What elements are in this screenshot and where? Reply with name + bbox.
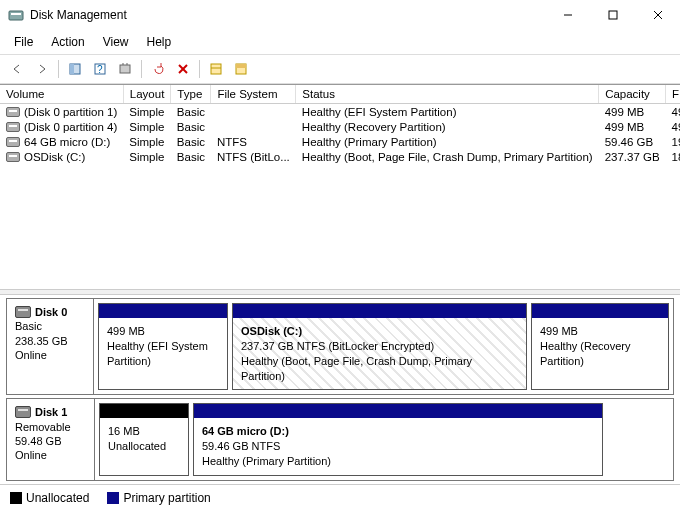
cell-layout: Simple xyxy=(123,119,171,134)
disk-state: Online xyxy=(15,448,86,462)
app-icon xyxy=(8,7,24,23)
partition[interactable]: OSDisk (C:)237.37 GB NTFS (BitLocker Enc… xyxy=(232,303,527,390)
maximize-button[interactable] xyxy=(590,0,635,30)
cell-volume: (Disk 0 partition 4) xyxy=(0,119,123,134)
volume-table[interactable]: Volume Layout Type File System Status Ca… xyxy=(0,85,680,164)
table-header-row[interactable]: Volume Layout Type File System Status Ca… xyxy=(0,85,680,104)
col-fs[interactable]: File System xyxy=(211,85,296,104)
disk-state: Online xyxy=(15,348,85,362)
cell-fs: NTFS xyxy=(211,134,296,149)
partition-status: Healthy (Primary Partition) xyxy=(202,454,594,469)
menubar: File Action View Help xyxy=(0,30,680,55)
forward-button[interactable] xyxy=(31,58,53,80)
legend-unallocated-label: Unallocated xyxy=(26,491,89,505)
cell-free: 18.57 GB xyxy=(666,149,680,164)
toolbar: ? xyxy=(0,55,680,84)
cell-status: Healthy (Recovery Partition) xyxy=(296,119,599,134)
table-row[interactable]: (Disk 0 partition 4)SimpleBasicHealthy (… xyxy=(0,119,680,134)
svg-rect-0 xyxy=(9,11,23,20)
col-status[interactable]: Status xyxy=(296,85,599,104)
close-button[interactable] xyxy=(635,0,680,30)
back-button[interactable] xyxy=(6,58,28,80)
table-row[interactable]: (Disk 0 partition 1)SimpleBasicHealthy (… xyxy=(0,104,680,120)
table-empty-space xyxy=(0,164,680,289)
partition-size: 237.37 GB NTFS (BitLocker Encrypted) xyxy=(241,339,518,354)
minimize-button[interactable] xyxy=(545,0,590,30)
undo-button[interactable] xyxy=(147,58,169,80)
partition-stripe xyxy=(233,304,526,318)
disk-header[interactable]: Disk 0Basic238.35 GBOnline xyxy=(7,299,94,394)
partition-status: Healthy (Boot, Page File, Crash Dump, Pr… xyxy=(241,354,518,384)
partition-status: Healthy (Recovery Partition) xyxy=(540,339,660,369)
table-row[interactable]: 64 GB micro (D:)SimpleBasicNTFSHealthy (… xyxy=(0,134,680,149)
disk-type: Removable xyxy=(15,420,86,434)
col-free[interactable]: Free Space xyxy=(666,85,680,104)
partition-status: Healthy (EFI System Partition) xyxy=(107,339,219,369)
svg-rect-10 xyxy=(120,65,130,73)
volume-icon xyxy=(6,152,20,162)
svg-rect-16 xyxy=(236,64,246,68)
disk-size: 238.35 GB xyxy=(15,334,85,348)
legend-unallocated: Unallocated xyxy=(10,491,89,505)
svg-rect-7 xyxy=(70,64,74,74)
cell-volume: OSDisk (C:) xyxy=(0,149,123,164)
partition-status: Unallocated xyxy=(108,439,180,454)
graphical-view-button[interactable] xyxy=(230,58,252,80)
cell-status: Healthy (Boot, Page File, Crash Dump, Pr… xyxy=(296,149,599,164)
legend-primary-label: Primary partition xyxy=(123,491,210,505)
disk-icon xyxy=(15,306,31,318)
partition[interactable]: 499 MBHealthy (EFI System Partition) xyxy=(98,303,228,390)
partition-body: OSDisk (C:)237.37 GB NTFS (BitLocker Enc… xyxy=(233,318,526,389)
partition-body: 499 MBHealthy (Recovery Partition) xyxy=(532,318,668,389)
cell-fs xyxy=(211,119,296,134)
disk-row[interactable]: Disk 1Removable59.48 GBOnline16 MBUnallo… xyxy=(6,398,674,481)
disk-size: 59.48 GB xyxy=(15,434,86,448)
svg-rect-3 xyxy=(609,11,617,19)
cell-capacity: 59.46 GB xyxy=(599,134,666,149)
show-hide-console-button[interactable] xyxy=(64,58,86,80)
partition-size: 59.46 GB NTFS xyxy=(202,439,594,454)
partition[interactable]: 16 MBUnallocated xyxy=(99,403,189,476)
col-capacity[interactable]: Capacity xyxy=(599,85,666,104)
list-view-button[interactable] xyxy=(205,58,227,80)
disk-name: Disk 1 xyxy=(35,406,67,418)
cell-layout: Simple xyxy=(123,149,171,164)
col-layout[interactable]: Layout xyxy=(123,85,171,104)
cell-type: Basic xyxy=(171,104,211,120)
toolbar-separator xyxy=(199,60,200,78)
volume-icon xyxy=(6,122,20,132)
partition-stripe xyxy=(532,304,668,318)
cell-type: Basic xyxy=(171,119,211,134)
primary-swatch xyxy=(107,492,119,504)
unallocated-swatch xyxy=(10,492,22,504)
volume-table-wrap: Volume Layout Type File System Status Ca… xyxy=(0,84,680,164)
partition[interactable]: 64 GB micro (D:)59.46 GB NTFSHealthy (Pr… xyxy=(193,403,603,476)
partition-title: 64 GB micro (D:) xyxy=(202,424,594,439)
cell-capacity: 237.37 GB xyxy=(599,149,666,164)
cell-type: Basic xyxy=(171,149,211,164)
settings-button[interactable]: ? xyxy=(89,58,111,80)
disk-header[interactable]: Disk 1Removable59.48 GBOnline xyxy=(7,399,95,480)
cell-capacity: 499 MB xyxy=(599,104,666,120)
menu-action[interactable]: Action xyxy=(43,32,92,52)
refresh-button[interactable] xyxy=(114,58,136,80)
menu-view[interactable]: View xyxy=(95,32,137,52)
partition-title: OSDisk (C:) xyxy=(241,324,518,339)
menu-help[interactable]: Help xyxy=(139,32,180,52)
col-volume[interactable]: Volume xyxy=(0,85,123,104)
table-row[interactable]: OSDisk (C:)SimpleBasicNTFS (BitLo...Heal… xyxy=(0,149,680,164)
disk-name: Disk 0 xyxy=(35,306,67,318)
legend-primary: Primary partition xyxy=(107,491,210,505)
partition[interactable]: 499 MBHealthy (Recovery Partition) xyxy=(531,303,669,390)
menu-file[interactable]: File xyxy=(6,32,41,52)
col-type[interactable]: Type xyxy=(171,85,211,104)
toolbar-separator xyxy=(58,60,59,78)
cell-status: Healthy (EFI System Partition) xyxy=(296,104,599,120)
partition-stripe xyxy=(194,404,602,418)
partition-size: 499 MB xyxy=(540,324,660,339)
volume-icon xyxy=(6,137,20,147)
cell-volume: 64 GB micro (D:) xyxy=(0,134,123,149)
partition-size: 16 MB xyxy=(108,424,180,439)
delete-button[interactable] xyxy=(172,58,194,80)
disk-row[interactable]: Disk 0Basic238.35 GBOnline499 MBHealthy … xyxy=(6,298,674,395)
